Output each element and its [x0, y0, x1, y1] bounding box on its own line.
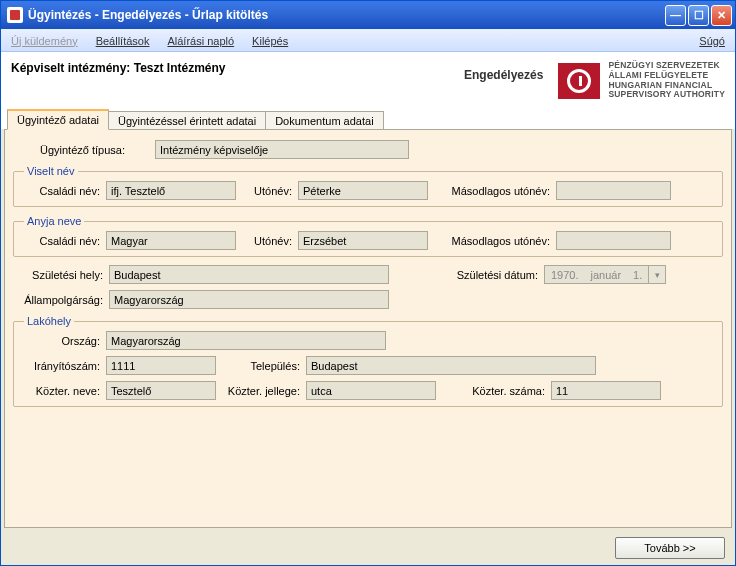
- logo-icon: [558, 63, 600, 99]
- group-name-legend: Viselt név: [24, 165, 78, 177]
- birth-place-field[interactable]: Budapest: [109, 265, 389, 284]
- group-name: Viselt név Családi név: ifj. Tesztelő Ut…: [13, 165, 723, 207]
- second-given-label: Másodlagos utónév:: [428, 185, 556, 197]
- represented-institution: Képviselt intézmény: Teszt Intézmény: [11, 61, 464, 75]
- titlebar: Ügyintézés - Engedélyezés - Űrlap kitölt…: [1, 1, 735, 29]
- header-title: Engedélyezés: [464, 61, 543, 82]
- street-label: Közter. neve:: [20, 385, 106, 397]
- app-icon: [7, 7, 23, 23]
- menu-exit[interactable]: Kilépés: [252, 35, 288, 47]
- admin-type-label: Ügyintéző típusa:: [13, 144, 131, 156]
- city-field[interactable]: Budapest: [306, 356, 596, 375]
- street-type-label: Közter. jellege:: [216, 385, 306, 397]
- chevron-down-icon[interactable]: ▾: [649, 265, 666, 284]
- citizenship-label: Állampolgárság:: [13, 294, 109, 306]
- rep-inst-value: Teszt Intézmény: [134, 61, 226, 75]
- tab-admin-data[interactable]: Ügyintéző adatai: [7, 109, 109, 130]
- group-address-legend: Lakóhely: [24, 315, 74, 327]
- country-field[interactable]: Magyarország: [106, 331, 386, 350]
- mother-given-field[interactable]: Erzsébet: [298, 231, 428, 250]
- menu-help[interactable]: Súgó: [699, 35, 725, 47]
- citizenship-field[interactable]: Magyarország: [109, 290, 389, 309]
- close-button[interactable]: ✕: [711, 5, 732, 26]
- city-label: Település:: [216, 360, 306, 372]
- tab-affected-data[interactable]: Ügyintézéssel érintett adatai: [108, 111, 266, 130]
- next-button[interactable]: Tovább >>: [615, 537, 725, 559]
- family-name-label: Családi név:: [20, 185, 106, 197]
- street-type-field[interactable]: utca: [306, 381, 436, 400]
- rep-inst-label: Képviselt intézmény:: [11, 61, 130, 75]
- family-name-field[interactable]: ifj. Tesztelő: [106, 181, 236, 200]
- birth-place-label: Születési hely:: [13, 269, 109, 281]
- second-given-field[interactable]: [556, 181, 671, 200]
- group-address: Lakóhely Ország: Magyarország Irányítósz…: [13, 315, 723, 407]
- street-field[interactable]: Tesztelő: [106, 381, 216, 400]
- menu-new-send[interactable]: Új küldemény: [11, 35, 78, 47]
- group-mother-legend: Anyja neve: [24, 215, 84, 227]
- mother-given-label: Utónév:: [236, 235, 298, 247]
- minimize-button[interactable]: —: [665, 5, 686, 26]
- window: Ügyintézés - Engedélyezés - Űrlap kitölt…: [0, 0, 736, 566]
- header: Képviselt intézmény: Teszt Intézmény Eng…: [1, 52, 735, 107]
- logo-block: PÉNZÜGYI SZERVEZETEK ÁLLAMI FELÜGYELETE …: [558, 61, 725, 100]
- birth-date-label: Születési dátum:: [389, 269, 544, 281]
- country-label: Ország:: [20, 335, 106, 347]
- mother-second-label: Másodlagos utónév:: [428, 235, 556, 247]
- menu-settings[interactable]: Beállítások: [96, 35, 150, 47]
- zip-field[interactable]: 1111: [106, 356, 216, 375]
- mother-second-field[interactable]: [556, 231, 671, 250]
- mother-family-field[interactable]: Magyar: [106, 231, 236, 250]
- zip-label: Irányítószám:: [20, 360, 106, 372]
- given-name-label: Utónév:: [236, 185, 298, 197]
- footer: Tovább >>: [1, 531, 735, 565]
- birth-date-field[interactable]: 1970. január 1. ▾: [544, 265, 666, 284]
- logo-text: PÉNZÜGYI SZERVEZETEK ÁLLAMI FELÜGYELETE …: [608, 61, 725, 100]
- tab-bar: Ügyintéző adatai Ügyintézéssel érintett …: [1, 107, 735, 129]
- given-name-field[interactable]: Péterke: [298, 181, 428, 200]
- menu-bar: Új küldemény Beállítások Aláírási napló …: [1, 29, 735, 52]
- tab-content: Ügyintéző típusa: Intézmény képviselője …: [4, 129, 732, 528]
- tab-document-data[interactable]: Dokumentum adatai: [265, 111, 383, 130]
- admin-type-field[interactable]: Intézmény képviselője: [155, 140, 409, 159]
- window-title: Ügyintézés - Engedélyezés - Űrlap kitölt…: [28, 8, 665, 22]
- birth-day[interactable]: 1.: [627, 265, 649, 284]
- birth-year[interactable]: 1970.: [544, 265, 585, 284]
- group-mother: Anyja neve Családi név: Magyar Utónév: E…: [13, 215, 723, 257]
- logo-line: SUPERVISORY AUTHORITY: [608, 90, 725, 100]
- maximize-button[interactable]: ☐: [688, 5, 709, 26]
- birth-month[interactable]: január: [585, 265, 628, 284]
- mother-family-label: Családi név:: [20, 235, 106, 247]
- menu-sign-log[interactable]: Aláírási napló: [167, 35, 234, 47]
- street-no-field[interactable]: 11: [551, 381, 661, 400]
- street-no-label: Közter. száma:: [436, 385, 551, 397]
